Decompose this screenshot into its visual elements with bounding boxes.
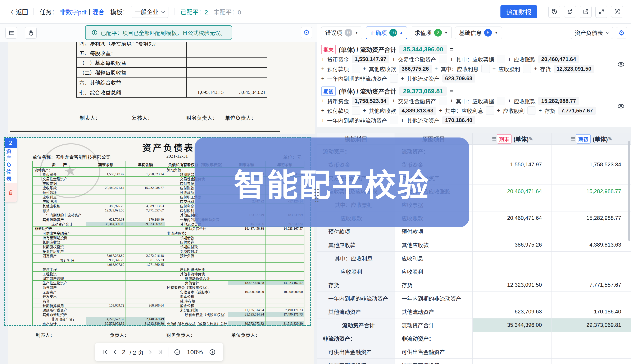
begin-value-cell[interactable]: [552, 198, 631, 211]
end-value-cell[interactable]: [473, 292, 552, 305]
page-number-input[interactable]: 2: [122, 348, 126, 356]
next-page-button[interactable]: [148, 349, 153, 355]
formula-term-value[interactable]: 623,709.63: [442, 74, 475, 82]
end-value-cell[interactable]: [473, 225, 552, 238]
end-value-cell[interactable]: [473, 198, 552, 211]
begin-value-cell[interactable]: [552, 252, 631, 265]
page-tab-title[interactable]: 资产负债表: [5, 148, 12, 183]
formula-term-value[interactable]: [523, 64, 531, 73]
history-icon[interactable]: [548, 6, 560, 18]
end-value-cell[interactable]: [473, 332, 552, 345]
delete-page-button[interactable]: [5, 183, 17, 202]
formula-term-value[interactable]: 20,460,471.64: [538, 55, 579, 63]
template-select[interactable]: 一般企业: [131, 6, 168, 18]
formula-term-value[interactable]: 386,975.26: [399, 65, 432, 73]
begin-value-cell[interactable]: [552, 345, 631, 358]
formula-term-value[interactable]: [439, 97, 447, 105]
tab-正确项[interactable]: 正确项16▲: [366, 26, 407, 39]
end-value-cell[interactable]: [473, 265, 552, 278]
tab-求值项[interactable]: 求值项2▼: [411, 26, 452, 39]
pdf-viewer[interactable]: 四、净利润（净亏损以“-”号填列）五、每股收益：（一）基本每股收益（二）稀释每股…: [0, 42, 317, 364]
scrollbar-thumb[interactable]: [628, 141, 630, 241]
column-list-icon[interactable]: [570, 136, 576, 142]
sheet-selector[interactable]: 资产负债表: [571, 27, 613, 39]
panel-splitter-handle[interactable]: [313, 188, 319, 202]
begin-value-cell[interactable]: [552, 225, 631, 238]
formula-term-value[interactable]: [352, 64, 360, 73]
formula-term-value[interactable]: [486, 106, 494, 115]
end-value-cell[interactable]: [473, 358, 552, 364]
preview-eye-icon[interactable]: [617, 62, 625, 67]
sheet-row: 流动资产合计35,344,396.0029,373,069.81其他流动负债11…: [33, 222, 304, 226]
formula-term-value[interactable]: 1,758,523.34: [352, 97, 389, 105]
begin-value-cell[interactable]: 29,373,069.81: [552, 318, 631, 332]
formula-settings-gear-icon[interactable]: ⚙: [616, 27, 627, 38]
formula-term-value[interactable]: [497, 97, 505, 105]
end-value-cell[interactable]: [473, 345, 552, 358]
end-value-cell[interactable]: 1,550,147.97: [473, 158, 552, 171]
begin-value-cell[interactable]: 170,186.40: [552, 305, 631, 318]
refresh-icon[interactable]: [564, 6, 576, 18]
begin-value-cell[interactable]: 15,282,988.77: [552, 185, 631, 198]
end-value-cell[interactable]: 12,323,091.50: [473, 278, 552, 292]
end-value-cell[interactable]: 623,709.63: [473, 305, 552, 318]
export-icon[interactable]: [580, 6, 592, 18]
back-button[interactable]: 〈 返回: [8, 7, 28, 16]
end-value-cell[interactable]: [473, 144, 552, 158]
edit-column-icon[interactable]: ✎: [529, 136, 533, 142]
pdf-page-2-balance-sheet[interactable]: 资产负债表 单位名称：苏州龙霄智能科技有限公司 2021-12-31 单位：元 …: [8, 138, 314, 364]
formula-term-value[interactable]: 15,282,988.77: [538, 97, 579, 105]
task-mode[interactable]: 混合: [92, 7, 104, 16]
formula-term-value[interactable]: [439, 55, 447, 63]
formula-term-value[interactable]: 7,771,557.67: [558, 106, 596, 115]
formula-total-value[interactable]: 35,344,396.00: [399, 45, 447, 54]
task-type[interactable]: 非数字pdf: [60, 7, 86, 16]
first-page-button[interactable]: [103, 349, 108, 355]
begin-value-cell[interactable]: 7,771,557.67: [552, 278, 631, 292]
outline-panel-icon[interactable]: [6, 27, 17, 39]
fullscreen-icon[interactable]: [595, 6, 607, 18]
last-page-button[interactable]: [157, 349, 163, 355]
begin-value-cell[interactable]: [552, 265, 631, 278]
tab-错误项[interactable]: 错误项0▼: [321, 26, 362, 39]
formula-total-value[interactable]: 29,373,069.81: [399, 86, 447, 96]
end-value-cell[interactable]: 386,975.26: [473, 238, 552, 251]
prev-page-button[interactable]: [112, 349, 118, 355]
edit-column-icon[interactable]: ✎: [608, 136, 612, 142]
preview-eye-icon[interactable]: [617, 104, 625, 109]
end-value-cell[interactable]: [473, 252, 552, 265]
auto-match-gear-icon[interactable]: ⚙: [301, 27, 312, 38]
end-value-cell[interactable]: 35,344,396.00: [473, 318, 552, 332]
formula-term-value[interactable]: [352, 106, 360, 115]
formula-term-value[interactable]: 170,186.40: [442, 116, 475, 124]
formula-term-value[interactable]: 1,550,147.97: [352, 55, 389, 63]
begin-value-cell[interactable]: 4,389,813.63: [552, 238, 631, 251]
begin-value-cell[interactable]: [552, 292, 631, 305]
formula-term-value[interactable]: 12,323,091.50: [554, 65, 594, 73]
hand-tool-icon[interactable]: [25, 27, 37, 39]
add-report-button[interactable]: 追加财报: [500, 5, 537, 18]
begin-value-cell[interactable]: [552, 144, 631, 158]
formula-term-value[interactable]: [527, 106, 536, 115]
tab-基础信息[interactable]: 基础信息5▼: [455, 26, 502, 39]
text-recognition-icon[interactable]: [611, 6, 623, 18]
begin-value-cell[interactable]: [552, 332, 631, 345]
zoom-out-button[interactable]: [174, 349, 180, 356]
formula-term-value[interactable]: 4,389,813.63: [399, 106, 437, 115]
page1-begin-value: [225, 58, 267, 67]
page-tab[interactable]: 2 资产负债表: [5, 138, 17, 202]
formula-term-value[interactable]: [390, 74, 398, 82]
column-list-icon[interactable]: [491, 136, 497, 142]
zoom-in-button[interactable]: [209, 349, 216, 356]
formula-term-value[interactable]: [481, 64, 490, 73]
begin-value-cell[interactable]: [552, 358, 631, 364]
end-value-cell[interactable]: [473, 171, 552, 184]
match-row: 持有至到期投资持有至到期投资: [317, 358, 631, 364]
formula-term-value[interactable]: [390, 116, 398, 124]
begin-value-cell[interactable]: [552, 171, 631, 184]
end-value-cell[interactable]: 20,460,471.64: [473, 185, 552, 198]
begin-value-cell[interactable]: 1,758,523.34: [552, 158, 631, 171]
end-value-cell[interactable]: 20,460,471.64: [473, 212, 552, 225]
begin-value-cell[interactable]: 15,282,988.77: [552, 212, 631, 225]
formula-term-value[interactable]: [497, 55, 505, 63]
